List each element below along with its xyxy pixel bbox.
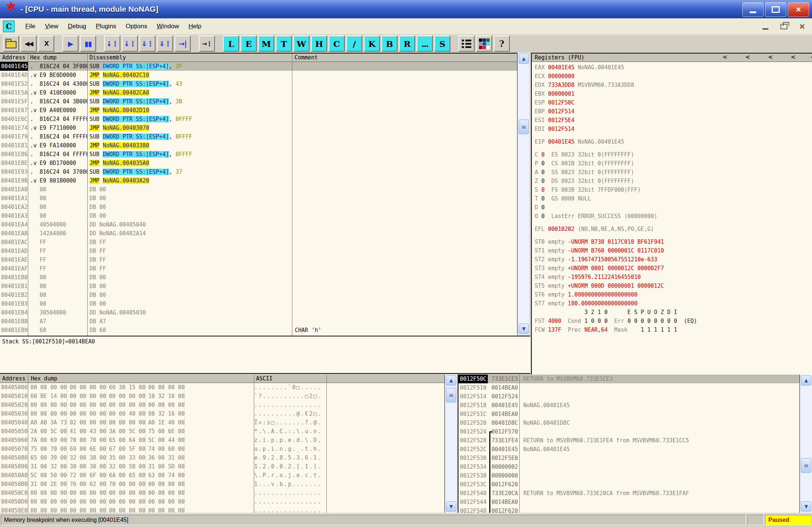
scroll-thumb[interactable]: ≡ <box>519 119 529 134</box>
scroll-thumb[interactable]: ≡ <box>801 458 811 473</box>
column-divider[interactable] <box>326 375 327 513</box>
disasm-row[interactable]: 00401EB000DB 00 <box>0 273 517 282</box>
dump-row[interactable]: 004050502A 00 5C 0041 00 43 003A 00 5C 0… <box>0 427 445 436</box>
register-line[interactable]: S 0 FS 003B 32bit 7FFDF000(FFF) <box>535 185 812 194</box>
threads-window-button[interactable]: T <box>276 36 292 52</box>
stack-row[interactable]: 0012F5300012F5E0 <box>458 454 800 462</box>
dump-row[interactable]: 004050E000 00 00 0000 00 00 0000 00 00 0… <box>0 506 445 513</box>
register-line[interactable]: D 0 <box>535 203 812 212</box>
column-divider[interactable] <box>254 375 254 513</box>
scroll-up-button[interactable]: ▲ <box>446 375 456 386</box>
register-line[interactable]: EBX 00000001 <box>535 89 812 98</box>
stack-row[interactable]: 0012F53C0012F620 <box>458 480 800 489</box>
windows-window-button[interactable]: W <box>293 36 310 52</box>
disasm-row[interactable]: 00401E9B.vE9 801B0000JMP NoNAG.00403A20 <box>0 176 517 185</box>
stack-row[interactable]: 0012F5100014BEA0 <box>458 383 800 392</box>
stack-row[interactable]: 0012F5240012F570 <box>458 427 800 436</box>
register-line[interactable]: ST3 empty +UNORM 0001 0000012C 000002F7 <box>535 264 812 273</box>
disasm-row[interactable]: 00401E52.816C24 04 43000000SUB DWORD PTR… <box>0 80 517 88</box>
close-button[interactable]: × <box>788 2 809 17</box>
menu-item-file[interactable]: File <box>25 23 35 30</box>
register-line[interactable]: ST0 empty -UNORM B738 0117C010 BF61F941 <box>535 237 812 246</box>
register-line[interactable]: ST4 empty -195976.21122416455010 <box>535 273 812 281</box>
references-window-button[interactable]: R <box>399 36 415 52</box>
stack-row[interactable]: 0012F5440014BEA0 <box>458 498 800 506</box>
stack-row[interactable]: 0012F5480012F620 <box>458 506 800 513</box>
register-line[interactable]: ECX 00000000 <box>535 72 812 81</box>
dump-row[interactable]: 0040507075 00 70 0069 00 6E 0067 00 5F 0… <box>0 445 445 453</box>
register-line[interactable]: ST5 empty +UNORM 000D 00000001 0000012C <box>535 281 812 290</box>
menu-item-options[interactable]: Options <box>126 23 147 30</box>
register-line[interactable]: O 0 LastErr ERROR_SUCCESS (00000000) <box>535 212 812 221</box>
stack-row[interactable]: 0012F5140012F524 <box>458 392 800 401</box>
disasm-row[interactable]: 00401E74.vE9 F7110000JMP NoNAG.00403070 <box>0 124 517 132</box>
stack-row[interactable]: 0012F53400000002 <box>458 462 800 471</box>
cpu-window-button[interactable]: C <box>329 36 345 52</box>
memory-window-button[interactable]: M <box>258 36 274 52</box>
dump-row[interactable]: 0040509031 00 32 0030 00 30 0032 00 5B 0… <box>0 462 445 471</box>
dump-row[interactable]: 0040508065 00 39 0032 00 38 0035 00 33 0… <box>0 453 445 462</box>
disasm-row[interactable]: 00401E45.816C24 04 3F000000SUB DWORD PTR… <box>0 62 517 71</box>
disasm-row[interactable]: 00401E5A.vE9 410E0000JMP NoNAG.00402CA0 <box>0 88 517 97</box>
scroll-down-button[interactable]: ▼ <box>519 324 529 334</box>
disasm-row[interactable]: 00401EACFFDB FF <box>0 238 517 247</box>
disasm-row[interactable]: 00401EB300DB 00 <box>0 299 517 308</box>
disasm-row[interactable]: 00401EA300DB 00 <box>0 211 517 220</box>
disasm-row[interactable]: 00401E81.vE9 FA140000JMP NoNAG.00403380 <box>0 141 517 150</box>
register-line[interactable]: ST1 empty -UNORM B760 0000001C 0117C010 <box>535 246 812 255</box>
register-line[interactable]: EBP 0012F514 <box>535 107 812 116</box>
dump-row[interactable]: 004050D000 00 00 0000 00 00 0000 00 00 0… <box>0 497 445 506</box>
source-window-button[interactable]: S <box>434 36 450 52</box>
stack-scrollbar[interactable]: ▲▼≡ <box>800 375 812 513</box>
chevron-left-icon[interactable]: < <box>768 54 773 60</box>
register-line[interactable]: ST7 empty 180.00000000000000000 <box>535 299 812 308</box>
dump-row[interactable]: 004050B031 00 2E 0076 00 62 0070 00 00 0… <box>0 480 445 489</box>
stack-row[interactable]: 0012F528733E1FE4RETURN to MSVBVM60.733E1… <box>458 436 800 445</box>
goto-button[interactable]: →⋮ <box>199 36 215 52</box>
step-over-button[interactable]: ↓⋮ <box>122 36 138 52</box>
disasm-row[interactable]: 00401E5F.816C24 04 3B000000SUB DWORD PTR… <box>0 97 517 106</box>
register-line[interactable]: ESP 0012F50C <box>535 98 812 107</box>
disasm-row[interactable]: 00401E4D.vE9 BE0D0000JMP NoNAG.00402C10 <box>0 71 517 80</box>
register-line[interactable]: EDI 0012F514 <box>535 125 812 133</box>
disasm-row[interactable]: 00401EB430504000DD NoNAG.00405030 <box>0 308 517 317</box>
call-stack-window-button[interactable]: K <box>364 36 380 52</box>
column-divider[interactable] <box>87 54 88 336</box>
disasm-scrollbar[interactable]: ▲▼≡ <box>517 53 530 335</box>
disasm-row[interactable]: 00401EA440504000DD NoNAG.00405040 <box>0 220 517 229</box>
column-divider[interactable] <box>28 54 28 336</box>
disasm-row[interactable]: 00401EB8A7DB A7 <box>0 317 517 326</box>
dump-row[interactable]: 00405040A8 AB 3A 7302 00 00 0000 00 00 0… <box>0 418 445 427</box>
menu-item-window[interactable]: Window <box>157 23 179 30</box>
patches-window-button[interactable]: / <box>346 36 362 52</box>
register-line[interactable]: Z 0 DS 0023 32bit 0(FFFFFFFF) <box>535 177 812 185</box>
step-into-button[interactable]: ↓⋮ <box>104 36 120 52</box>
help-button[interactable]: ? <box>494 36 510 52</box>
restart-button[interactable]: ◀◀ <box>21 36 37 52</box>
disasm-row[interactable]: 00401E86.816C24 04 FFFF0000SUB DWORD PTR… <box>0 150 517 159</box>
dump-row[interactable]: 004050A05C 00 50 0072 00 6F 006A 00 65 0… <box>0 471 445 480</box>
scroll-up-button[interactable]: ▲ <box>801 375 811 386</box>
minimize-button[interactable] <box>742 2 764 17</box>
mdi-restore-button[interactable] <box>776 20 791 33</box>
chevron-left-icon[interactable]: < <box>811 54 812 60</box>
register-line[interactable]: ST2 empty -1.1967471500567551210e-633 <box>535 255 812 264</box>
disasm-row[interactable]: 00401EA200DB 00 <box>0 203 517 211</box>
open-file-button[interactable] <box>3 36 19 52</box>
register-line[interactable]: EIP 00401E45 NoNAG.00401E45 <box>535 137 812 146</box>
dump-row[interactable]: 0040500000 00 00 0000 00 00 0060 30 15 0… <box>0 383 445 392</box>
disasm-row[interactable]: 00401EAFFFDB FF <box>0 264 517 273</box>
register-line[interactable]: C 0 ES 0023 32bit 0(FFFFFFFF) <box>535 150 812 159</box>
menu-item-debug[interactable]: Debug <box>68 23 86 30</box>
register-line[interactable]: P 0 CS 001B 32bit 0(FFFFFFFF) <box>535 159 812 168</box>
stack-row[interactable]: 0012F52000401D8CNoNAG.00401D8C <box>458 419 800 427</box>
scroll-up-button[interactable]: ▲ <box>519 54 529 64</box>
disasm-row[interactable]: 00401EA8142A4000DD NoNAG.00402A14 <box>0 229 517 238</box>
disasm-row[interactable]: 00401E67.vE9 A40E0000JMP NoNAG.00402D10 <box>0 106 517 115</box>
appearance-button[interactable] <box>476 36 492 52</box>
register-line[interactable]: FST 4000 Cond 1 0 0 0 Err 0 0 0 0 0 0 0 … <box>535 317 812 325</box>
column-divider[interactable] <box>292 54 292 336</box>
executables-window-button[interactable]: E <box>241 36 257 52</box>
register-line[interactable]: T 0 GS 0000 NULL <box>535 194 812 203</box>
disasm-row[interactable]: 00401EB968DB 68CHAR 'h' <box>0 326 517 335</box>
